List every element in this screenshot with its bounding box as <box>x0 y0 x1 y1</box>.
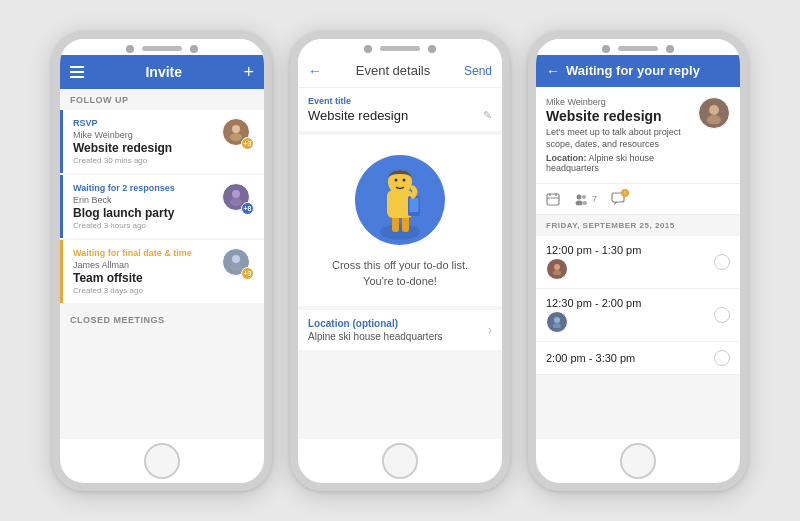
svg-point-3 <box>230 198 242 206</box>
invite-meta-date: Created 3 days ago <box>73 286 214 295</box>
avatar-row-2 <box>546 311 641 333</box>
event-title-label: Event title <box>308 96 492 106</box>
back-arrow-icon[interactable]: ← <box>308 63 322 79</box>
people-icon-btn[interactable]: 7 <box>574 192 597 206</box>
reply-location: Location: Alpine ski house headquarters <box>546 153 690 173</box>
slot1-avatar1 <box>546 258 568 280</box>
avatar-badge-date: +3 <box>241 267 254 280</box>
invite-title-waiting: Blog launch party <box>73 206 214 220</box>
invite-title-rsvp: Website redesign <box>73 141 214 155</box>
phone2-speaker <box>380 46 420 51</box>
svg-point-16 <box>707 115 721 124</box>
location-section[interactable]: Location (optional) Alpine ski house hea… <box>298 310 502 350</box>
phone2-title: Event details <box>356 63 430 78</box>
svg-point-21 <box>577 194 582 199</box>
location-content: Location (optional) Alpine ski house hea… <box>308 318 443 342</box>
success-illustration <box>355 155 445 245</box>
phone-waiting-reply: ← Waiting for your reply Mike Weinberg W… <box>528 31 748 491</box>
radio-2[interactable] <box>714 307 730 323</box>
svg-point-4 <box>232 255 240 263</box>
people-count: 7 <box>592 194 597 204</box>
reply-desc: Let's meet up to talk about project scop… <box>546 126 690 151</box>
success-section: Cross this off your to-do list. You're t… <box>298 135 502 306</box>
svg-point-29 <box>553 323 561 328</box>
radio-3[interactable] <box>714 350 730 366</box>
time-slot-1[interactable]: 12:00 pm - 1:30 pm <box>536 236 740 289</box>
back-arrow-icon-3[interactable]: ← <box>546 63 560 79</box>
phone1-camera2 <box>190 45 198 53</box>
reply-location-label: Location: <box>546 153 587 163</box>
phone2-camera <box>364 45 372 53</box>
edit-icon[interactable]: ✎ <box>483 109 492 122</box>
slot2-avatar1 <box>546 311 568 333</box>
reply-title: Website redesign <box>546 108 690 124</box>
send-link[interactable]: Send <box>464 64 492 78</box>
invite-status-waiting: Waiting for 2 responses <box>73 183 214 193</box>
phone1-camera <box>126 45 134 53</box>
svg-point-22 <box>576 200 583 205</box>
phone3-title: Waiting for your reply <box>566 63 700 78</box>
invite-status-rsvp: RSVP <box>73 118 214 128</box>
invite-card-date[interactable]: Waiting for final date & time James Allm… <box>60 240 264 303</box>
invite-card-waiting[interactable]: Waiting for 2 responses Erin Beck Blog l… <box>60 175 264 238</box>
calendar-icon-btn[interactable] <box>546 192 560 206</box>
location-value: Alpine ski house headquarters <box>308 331 443 342</box>
chat-icon-btn[interactable]: ! <box>611 192 625 206</box>
phone2-header: ← Event details Send <box>298 55 502 88</box>
event-title-section: Event title Website redesign ✎ <box>298 88 502 131</box>
invite-card-waiting-content: Waiting for 2 responses Erin Beck Blog l… <box>73 183 214 230</box>
phone3-camera2 <box>666 45 674 53</box>
svg-point-5 <box>230 263 242 271</box>
time-slot-2[interactable]: 12:30 pm - 2:00 pm <box>536 289 740 342</box>
phone2-home[interactable] <box>382 443 418 479</box>
avatar-stack-date: +3 <box>222 248 254 280</box>
phone1-home[interactable] <box>144 443 180 479</box>
time-slot-3[interactable]: 2:00 pm - 3:30 pm <box>536 342 740 375</box>
time-range-1: 12:00 pm - 1:30 pm <box>546 244 641 256</box>
location-label: Location (optional) <box>308 318 443 329</box>
hamburger-icon[interactable] <box>70 66 84 78</box>
avatar-badge-rsvp: +3 <box>241 137 254 150</box>
svg-point-26 <box>554 264 560 270</box>
reply-icons-row: 7 ! <box>536 184 740 215</box>
svg-rect-17 <box>547 194 559 205</box>
svg-rect-14 <box>410 198 419 212</box>
svg-point-27 <box>553 270 561 275</box>
time-range-2: 12:30 pm - 2:00 pm <box>546 297 641 309</box>
svg-point-28 <box>554 317 560 323</box>
phone-event-details: ← Event details Send Event title Website… <box>290 31 510 491</box>
svg-point-24 <box>582 201 587 205</box>
svg-point-11 <box>395 178 398 181</box>
radio-1[interactable] <box>714 254 730 270</box>
phones-container: Invite + FOLLOW UP RSVP Mike Weinberg We… <box>32 11 768 511</box>
svg-point-12 <box>403 178 406 181</box>
add-icon[interactable]: + <box>243 63 254 81</box>
phone1-body: FOLLOW UP RSVP Mike Weinberg Website red… <box>60 89 264 439</box>
avatar-stack-rsvp: +3 <box>222 118 254 150</box>
invite-card-date-content: Waiting for final date & time James Allm… <box>73 248 214 295</box>
invite-card-rsvp[interactable]: RSVP Mike Weinberg Website redesign Crea… <box>60 110 264 173</box>
phone2-camera2 <box>428 45 436 53</box>
calendar-icon <box>546 192 560 206</box>
reply-name: Mike Weinberg <box>546 97 690 107</box>
phone1-notch <box>60 39 264 55</box>
phone1-title: Invite <box>84 64 243 80</box>
invite-status-date: Waiting for final date & time <box>73 248 214 258</box>
phone3-notch <box>536 39 740 55</box>
phone2-notch <box>298 39 502 55</box>
phone3-speaker <box>618 46 658 51</box>
invite-title-date: Team offsite <box>73 271 214 285</box>
svg-point-6 <box>380 224 420 240</box>
follow-up-label: FOLLOW UP <box>60 89 264 108</box>
avatar-mike <box>698 97 730 129</box>
time-range-3: 2:00 pm - 3:30 pm <box>546 352 635 364</box>
event-title-value: Website redesign ✎ <box>308 108 492 123</box>
chevron-right-icon: › <box>488 323 492 337</box>
svg-point-1 <box>230 133 242 141</box>
phone1-speaker <box>142 46 182 51</box>
svg-point-23 <box>582 195 586 199</box>
invite-meta-waiting: Created 3 hours ago <box>73 221 214 230</box>
phone3-home[interactable] <box>620 443 656 479</box>
invite-name-date: James Allman <box>73 260 214 270</box>
phone-invite: Invite + FOLLOW UP RSVP Mike Weinberg We… <box>52 31 272 491</box>
